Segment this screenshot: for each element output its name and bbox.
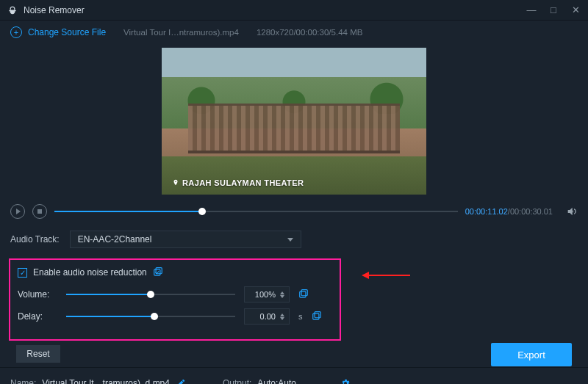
minimize-button[interactable]: — [526, 4, 537, 15]
location-pin-icon [172, 179, 179, 186]
svg-rect-3 [301, 290, 307, 296]
close-button[interactable]: ✕ [570, 4, 581, 15]
name-value: Virtual Tour It…tramuros)_d.mp4 [42, 378, 170, 384]
output-settings-icon[interactable] [340, 378, 351, 384]
output-label: Output: [223, 378, 251, 384]
source-bar: + Change Source File Virtual Tour I…ntra… [0, 21, 588, 44]
audio-track-label: Audio Track: [10, 234, 60, 244]
volume-label: Volume: [18, 289, 57, 300]
volume-input[interactable]: 100% [244, 286, 290, 303]
delay-row: Delay: 0.00 s [18, 308, 332, 325]
annotation-arrow [362, 272, 410, 279]
svg-rect-1 [156, 268, 162, 274]
apply-all-icon[interactable] [312, 311, 322, 322]
enable-noise-label: Enable audio noise reduction [33, 267, 147, 278]
video-preview[interactable]: RAJAH SULAYMAN THEATER [162, 48, 426, 195]
output-value: Auto;Auto [257, 378, 296, 384]
delay-step-up[interactable] [280, 314, 284, 316]
delay-slider[interactable] [66, 311, 235, 322]
title-bar: Noise Remover — □ ✕ [0, 0, 588, 21]
time-total: 00:00:30.01 [510, 207, 553, 216]
audio-track-select[interactable]: EN-AAC-2Channel [70, 231, 301, 248]
delay-label: Delay: [18, 311, 57, 322]
delay-unit: s [298, 312, 303, 321]
change-source-label: Change Source File [28, 27, 106, 37]
audio-track-value: EN-AAC-2Channel [78, 234, 152, 244]
edit-name-icon[interactable] [176, 378, 186, 384]
output-panel: Name: Virtual Tour It…tramuros)_d.mp4 Ou… [0, 367, 588, 384]
volume-step-up[interactable] [280, 291, 284, 294]
delay-step-down[interactable] [280, 317, 284, 320]
svg-rect-0 [154, 269, 160, 275]
export-button[interactable]: Export [491, 343, 572, 366]
enable-noise-checkbox[interactable]: ✓ [18, 268, 27, 278]
stop-icon [37, 209, 42, 214]
preview-caption: RAJAH SULAYMAN THEATER [172, 178, 304, 187]
maximize-button[interactable]: □ [548, 4, 559, 15]
enable-noise-row: ✓ Enable audio noise reduction [18, 267, 332, 278]
source-file-meta: 1280x720/00:00:30/5.44 MB [257, 28, 363, 37]
source-file-name: Virtual Tour I…ntramuros).mp4 [123, 28, 239, 37]
delay-input[interactable]: 0.00 [244, 308, 290, 325]
volume-slider[interactable] [66, 289, 235, 300]
change-source-button[interactable]: + Change Source File [10, 26, 106, 38]
volume-icon[interactable] [566, 206, 578, 217]
play-button[interactable] [10, 204, 25, 219]
volume-row: Volume: 100% [18, 286, 332, 303]
volume-step-down[interactable] [280, 295, 284, 298]
stop-button[interactable] [32, 204, 47, 219]
play-icon [16, 209, 21, 214]
plus-icon: + [10, 26, 22, 38]
svg-rect-4 [312, 314, 318, 319]
seek-slider[interactable] [54, 206, 458, 217]
time-current: 00:00:11.02 [465, 207, 508, 216]
chevron-down-icon [287, 238, 293, 242]
svg-rect-5 [315, 312, 320, 318]
transport-bar: 00:00:11.02/00:00:30.01 [0, 198, 588, 225]
time-readout: 00:00:11.02/00:00:30.01 [465, 207, 553, 216]
app-title: Noise Remover [24, 5, 85, 15]
app-icon [7, 5, 18, 15]
name-label: Name: [10, 378, 36, 384]
audio-track-row: Audio Track: EN-AAC-2Channel [0, 225, 588, 254]
apply-all-icon[interactable] [298, 289, 309, 300]
reset-button[interactable]: Reset [16, 345, 60, 363]
apply-all-icon[interactable] [153, 267, 163, 278]
svg-rect-2 [300, 291, 306, 297]
noise-reduction-panel: ✓ Enable audio noise reduction Volume: 1… [9, 258, 341, 341]
preview-area: RAJAH SULAYMAN THEATER [0, 44, 588, 198]
window-controls: — □ ✕ [526, 4, 581, 15]
